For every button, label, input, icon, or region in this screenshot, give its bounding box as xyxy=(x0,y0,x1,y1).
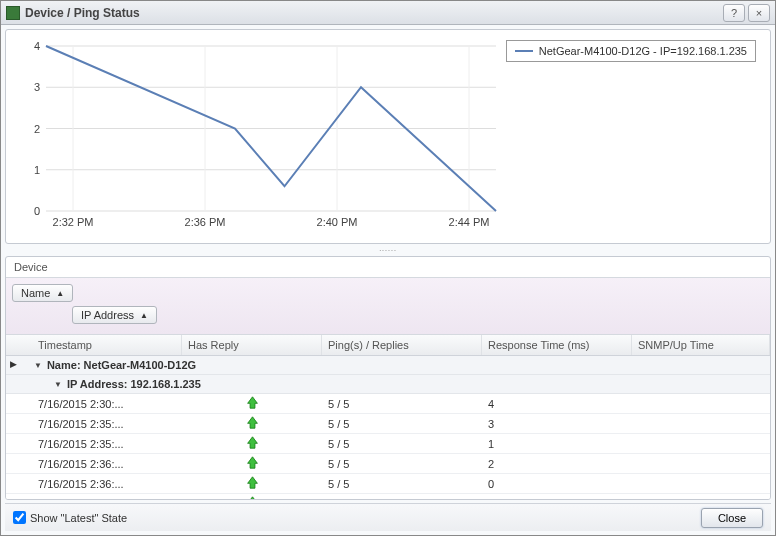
group-ip-label: IP Address: 192.168.1.235 xyxy=(67,378,201,390)
table-row[interactable]: 7/16/2015 2:36:...5 / 50 xyxy=(6,494,770,499)
sort-asc-icon: ▲ xyxy=(56,289,64,298)
cell-timestamp: 7/16/2015 2:35:... xyxy=(32,416,182,432)
svg-text:3: 3 xyxy=(34,81,40,93)
reply-up-icon xyxy=(246,416,259,431)
cell-has-reply xyxy=(182,394,322,413)
cell-pings: 5 / 5 xyxy=(322,476,482,492)
cell-response-time: 1 xyxy=(482,436,632,452)
show-latest-label: Show "Latest" State xyxy=(30,512,127,524)
svg-text:1: 1 xyxy=(34,164,40,176)
cell-timestamp: 7/16/2015 2:36:... xyxy=(32,456,182,472)
help-button[interactable]: ? xyxy=(723,4,745,22)
svg-marker-22 xyxy=(247,477,257,488)
cell-snmp xyxy=(632,422,770,426)
col-pings[interactable]: Ping(s) / Replies xyxy=(322,335,482,355)
group-name-label: Name: NetGear-M4100-D12G xyxy=(47,359,196,371)
svg-marker-20 xyxy=(247,437,257,448)
svg-text:2:44 PM: 2:44 PM xyxy=(449,216,490,228)
cell-pings: 5 / 5 xyxy=(322,416,482,432)
svg-marker-23 xyxy=(247,497,257,499)
sort-asc-icon: ▲ xyxy=(140,311,148,320)
cell-timestamp: 7/16/2015 2:35:... xyxy=(32,436,182,452)
svg-text:2:40 PM: 2:40 PM xyxy=(317,216,358,228)
col-snmp-uptime[interactable]: SNMP/Up Time xyxy=(632,335,770,355)
cell-response-time: 2 xyxy=(482,456,632,472)
filter-name-button[interactable]: Name ▲ xyxy=(12,284,73,302)
cell-response-time: 0 xyxy=(482,476,632,492)
chevron-down-icon[interactable]: ▼ xyxy=(54,380,62,389)
chart-panel: 012342:32 PM2:36 PM2:40 PM2:44 PM NetGea… xyxy=(5,29,771,244)
table-row[interactable]: 7/16/2015 2:30:...5 / 54 xyxy=(6,394,770,414)
group-name-row[interactable]: ▼ Name: NetGear-M4100-D12G xyxy=(6,356,770,375)
svg-text:4: 4 xyxy=(34,40,40,52)
legend-swatch xyxy=(515,50,533,52)
cell-pings: 5 / 5 xyxy=(322,456,482,472)
window: Device / Ping Status ? × 012342:32 PM2:3… xyxy=(0,0,776,536)
cell-timestamp: 7/16/2015 2:30:... xyxy=(32,396,182,412)
reply-up-icon xyxy=(246,396,259,411)
cell-pings: 5 / 5 xyxy=(322,496,482,500)
show-latest-input[interactable] xyxy=(13,511,26,524)
row-expand-arrow[interactable]: ▶ xyxy=(10,359,17,369)
window-title: Device / Ping Status xyxy=(25,6,720,20)
data-rows[interactable]: ▶ ▼ Name: NetGear-M4100-D12G ▼ IP Addres… xyxy=(6,356,770,499)
close-icon: × xyxy=(756,7,762,19)
close-window-button[interactable]: × xyxy=(748,4,770,22)
svg-text:2: 2 xyxy=(34,123,40,135)
cell-snmp xyxy=(632,442,770,446)
cell-has-reply xyxy=(182,494,322,499)
reply-up-icon xyxy=(246,476,259,491)
show-latest-checkbox[interactable]: Show "Latest" State xyxy=(13,511,127,524)
legend-label: NetGear-M4100-D12G - IP=192.168.1.235 xyxy=(539,45,747,57)
device-panel: Device Name ▲ IP Address ▲ Timesta xyxy=(5,256,771,500)
content: 012342:32 PM2:36 PM2:40 PM2:44 PM NetGea… xyxy=(1,25,775,535)
chart-legend: NetGear-M4100-D12G - IP=192.168.1.235 xyxy=(506,40,756,62)
cell-has-reply xyxy=(182,474,322,493)
col-has-reply[interactable]: Has Reply xyxy=(182,335,322,355)
svg-marker-18 xyxy=(247,397,257,408)
footer: Show "Latest" State Close xyxy=(5,503,771,531)
cell-snmp xyxy=(632,402,770,406)
cell-snmp xyxy=(632,482,770,486)
svg-marker-21 xyxy=(247,457,257,468)
group-ip-row[interactable]: ▼ IP Address: 192.168.1.235 xyxy=(6,375,770,394)
table-row[interactable]: 7/16/2015 2:36:...5 / 52 xyxy=(6,454,770,474)
titlebar: Device / Ping Status ? × xyxy=(1,1,775,25)
reply-up-icon xyxy=(246,436,259,451)
chevron-down-icon[interactable]: ▼ xyxy=(34,361,42,370)
cell-has-reply xyxy=(182,414,322,433)
cell-pings: 5 / 5 xyxy=(322,436,482,452)
svg-marker-19 xyxy=(247,417,257,428)
close-button[interactable]: Close xyxy=(701,508,763,528)
cell-timestamp: 7/16/2015 2:36:... xyxy=(32,476,182,492)
cell-pings: 5 / 5 xyxy=(322,396,482,412)
svg-text:0: 0 xyxy=(34,205,40,217)
filter-ip-button[interactable]: IP Address ▲ xyxy=(72,306,157,324)
cell-response-time: 0 xyxy=(482,496,632,500)
device-panel-header: Device xyxy=(6,257,770,278)
cell-snmp xyxy=(632,462,770,466)
filter-ip-label: IP Address xyxy=(81,309,134,321)
cell-response-time: 3 xyxy=(482,416,632,432)
app-icon xyxy=(6,6,20,20)
svg-text:2:32 PM: 2:32 PM xyxy=(53,216,94,228)
col-response-time[interactable]: Response Time (ms) xyxy=(482,335,632,355)
ping-chart: 012342:32 PM2:36 PM2:40 PM2:44 PM xyxy=(16,38,506,236)
cell-has-reply xyxy=(182,454,322,473)
table-row[interactable]: 7/16/2015 2:35:...5 / 53 xyxy=(6,414,770,434)
cell-has-reply xyxy=(182,434,322,453)
reply-up-icon xyxy=(246,496,259,499)
cell-response-time: 4 xyxy=(482,396,632,412)
help-icon: ? xyxy=(731,7,737,19)
cell-timestamp: 7/16/2015 2:36:... xyxy=(32,496,182,500)
table-row[interactable]: 7/16/2015 2:36:...5 / 50 xyxy=(6,474,770,494)
reply-up-icon xyxy=(246,456,259,471)
column-headers: Timestamp Has Reply Ping(s) / Replies Re… xyxy=(6,335,770,356)
col-timestamp[interactable]: Timestamp xyxy=(32,335,182,355)
svg-text:2:36 PM: 2:36 PM xyxy=(185,216,226,228)
filter-name-label: Name xyxy=(21,287,50,299)
splitter-handle[interactable]: ······ xyxy=(5,247,771,253)
filter-area: Name ▲ IP Address ▲ xyxy=(6,278,770,335)
table-row[interactable]: 7/16/2015 2:35:...5 / 51 xyxy=(6,434,770,454)
